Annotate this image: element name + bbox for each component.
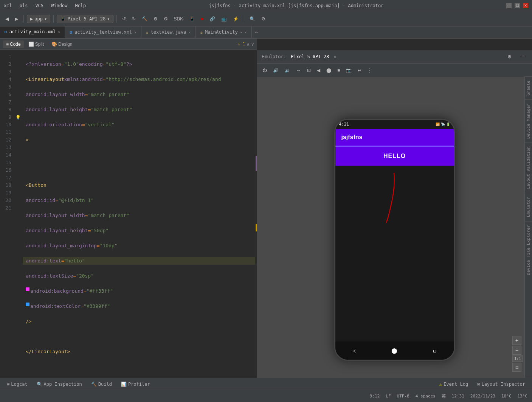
tab-close-textview[interactable]: ✕ [134, 30, 136, 34]
back-nav-btn[interactable]: ◀ [315, 67, 323, 74]
stop-button[interactable]: ■ [199, 15, 206, 23]
minimize-button[interactable]: — [506, 3, 512, 8]
device-label: Pixel 5 API 28 [67, 16, 105, 22]
tab-close-java[interactable]: ✕ [188, 30, 191, 34]
draw-svg [335, 166, 454, 241]
tab-activity-textview[interactable]: ⊞ activity_textview.xml ✕ [65, 26, 141, 38]
emulator-body: 4:21 📶 📡 🔋 jsjfsfns [257, 77, 532, 402]
logcat-tab[interactable]: ≡ Logcat [3, 380, 31, 388]
tab-label: activity_main.xml [9, 29, 56, 34]
volume-up-btn[interactable]: 🔊 [271, 67, 281, 74]
xml-icon-2: ⊞ [70, 30, 72, 35]
device-dropdown[interactable]: 📱 Pixel 5 API 28 ▾ [57, 15, 113, 23]
refresh2-button[interactable]: ↻ [130, 15, 138, 23]
split-icon: ⬜ [28, 42, 34, 47]
phone-hello-button: HELLO [335, 147, 454, 166]
line-12: android:layout_height="50dp" [23, 227, 255, 234]
tab-textview-java[interactable]: ☕ textview.java ✕ [141, 26, 196, 38]
undo-btn[interactable]: ↩ [355, 67, 364, 74]
device-manager-sidebar-tab[interactable]: Device Manager [525, 99, 532, 143]
sdk-button[interactable]: SDK [172, 15, 186, 23]
layout-inspector-tab[interactable]: ⊡ Layout Inspector [473, 380, 529, 388]
code-text[interactable]: <?xml version="1.0" encoding="utf-8"?> <… [23, 50, 255, 393]
more-btn[interactable]: ⋮ [365, 67, 374, 74]
tab-activity-main[interactable]: ⊞ activity_main.xml ✕ [0, 26, 65, 38]
camera-btn[interactable]: 📷 [344, 67, 354, 74]
code-icon: ≡ [6, 42, 9, 47]
marker-1 [256, 156, 257, 171]
build-tab[interactable]: 🔨 Build [87, 380, 116, 388]
home-nav-btn[interactable]: ⬤ [324, 67, 333, 74]
window-title: jsjfsfns - activity_main.xml [jsjfsfns.a… [86, 3, 506, 8]
zoom-label: 1:1 [512, 355, 523, 362]
status-date: 2022/11/23 [470, 394, 495, 399]
close-button[interactable]: ✕ [523, 3, 528, 8]
forward-button[interactable]: ▶ [12, 15, 20, 23]
back-button[interactable]: ◀ [3, 15, 11, 23]
app-inspection-icon: 🔍 [37, 382, 42, 387]
device-file-explorer-sidebar-tab[interactable]: Device File Explorer [525, 221, 532, 279]
stop-nav-btn[interactable]: ■ [335, 67, 342, 74]
emulator-collapse-button[interactable]: — [518, 53, 527, 61]
line-4: android:layout_height="match_parent" [23, 106, 255, 113]
run-config-dropdown[interactable]: ▶ app ▾ [27, 15, 50, 23]
phone-app-bar: jsjfsfns [335, 129, 454, 146]
zoom-in-button[interactable]: + [512, 336, 521, 345]
power-button[interactable]: ⚡ [231, 15, 241, 23]
main-toolbar: ◀ ▶ ▶ app ▾ 📱 Pixel 5 API 28 ▾ ↺ ↻ 🔨 ⚙ ⚙… [0, 11, 532, 26]
event-log-tab[interactable]: ⚠ Event Log [436, 380, 472, 388]
emulator-close-icon[interactable]: ✕ [333, 54, 336, 59]
avd-button[interactable]: 📱 [187, 15, 197, 23]
emulator-settings-button[interactable]: ⚙ [505, 53, 514, 61]
menu-item-ols[interactable]: ols [20, 3, 28, 8]
fit-button[interactable]: ⊡ [512, 363, 521, 372]
line-6: > [23, 136, 255, 144]
maximize-button[interactable]: ☐ [515, 3, 520, 8]
tab-mainactivity[interactable]: ☕ MainActivity ▾ ✕ [195, 26, 251, 38]
fold-btn[interactable]: ⊡ [305, 67, 313, 74]
attach-button[interactable]: 🔗 [207, 15, 217, 23]
phone-time: 4:21 [339, 122, 349, 127]
code-tab-button[interactable]: ≡ Code [3, 40, 24, 48]
line-11: android:layout_width="match_parent" [23, 212, 255, 219]
emulator-sidebar-tab[interactable]: Emulator [525, 193, 532, 221]
zoom-out-button[interactable]: − [512, 346, 521, 355]
sync-button[interactable]: ⚙ [161, 15, 170, 23]
run-config-chevron: ▾ [44, 16, 47, 22]
power-btn[interactable]: ⏻ [260, 67, 269, 74]
tab-close-main2[interactable]: ✕ [245, 30, 247, 34]
menu-item-vcs[interactable]: VCS [35, 3, 43, 8]
profiler-tab[interactable]: 📊 Profiler [117, 380, 154, 388]
menu-item-window[interactable]: Window [51, 3, 67, 8]
editor-area: 12345 678910 1112131415 1617181920 21 [0, 50, 532, 402]
phone-button-text: HELLO [383, 153, 406, 160]
layout-inspector-icon: ⊡ [477, 382, 480, 387]
build-button[interactable]: 🔨 [140, 15, 150, 23]
rotate-btn[interactable]: ↔ [294, 67, 303, 74]
split-tab-button[interactable]: ⬜ Split [25, 40, 47, 48]
code-container[interactable]: 12345 678910 1112131415 1617181920 21 [0, 50, 257, 393]
menu-item-help[interactable]: Help [75, 3, 86, 8]
collapse-icon: ∨ [251, 41, 254, 47]
phone-frame: 4:21 📶 📡 🔋 jsjfsfns [334, 119, 455, 361]
refresh-button[interactable]: ↺ [120, 15, 128, 23]
more-tabs-button[interactable]: ⋯ [252, 26, 261, 38]
editor-mode-tabs: ≡ Code ⬜ Split 🎨 Design ⚠ 1 ∧ ∨ [0, 39, 257, 50]
gradle-sidebar-tab[interactable]: Gradle [525, 76, 532, 99]
app-title: jsjfsfns [341, 134, 363, 141]
logcat-icon: ≡ [7, 382, 9, 387]
profile-button[interactable]: ⚙ [151, 15, 160, 23]
settings-button[interactable]: ⚙ [259, 15, 268, 23]
app-inspection-tab[interactable]: 🔍 App Inspection [33, 380, 86, 388]
status-time: 12:31 [452, 394, 464, 399]
window-controls: — ☐ ✕ [506, 3, 528, 8]
device-mirror-button[interactable]: 📺 [219, 15, 229, 23]
design-tab-button[interactable]: 🎨 Design [48, 40, 75, 48]
layout-validation-sidebar-tab[interactable]: Layout Validation [525, 142, 532, 193]
volume-down-btn[interactable]: 🔉 [282, 67, 293, 74]
search-button[interactable]: 🔍 [247, 15, 257, 23]
battery-icon: 🔋 [446, 123, 450, 126]
tab-close-main[interactable]: ✕ [58, 30, 60, 34]
line-14: android:text="hello" [23, 257, 255, 265]
workspace: ≡ Code ⬜ Split 🎨 Design ⚠ 1 ∧ ∨ 12345 67… [0, 39, 532, 402]
